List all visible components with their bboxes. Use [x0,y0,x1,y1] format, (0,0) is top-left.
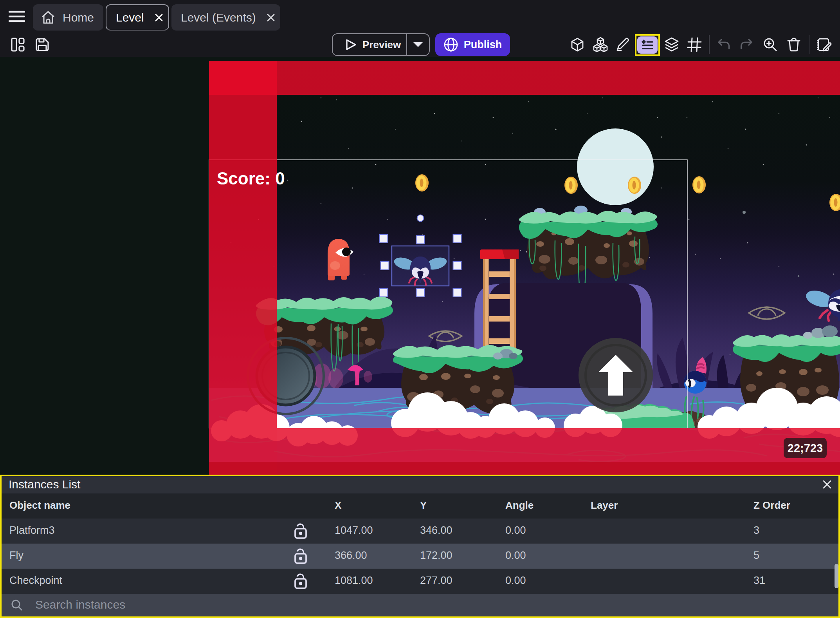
menu-icon[interactable] [9,11,25,22]
panels-icon[interactable] [10,37,26,52]
preview-button[interactable]: Preview [333,34,406,55]
pen-icon[interactable] [615,37,631,52]
tab-level-events-close-icon[interactable] [266,13,276,22]
globe-icon [443,37,458,52]
instance-z-order: 5 [753,549,759,562]
instances-table-header: Object name X Y Angle Layer Z Order [0,493,840,519]
instance-name: Platform3 [9,524,55,537]
jump-button [579,338,653,412]
preview-options-button[interactable] [407,34,429,55]
instance-angle: 0.00 [505,575,526,587]
score-label: Score: 0 [217,169,285,188]
instance-name: Fly [9,549,23,562]
undo-icon[interactable] [716,37,732,52]
zoom-icon[interactable] [762,37,778,52]
instances-panel-title: Instances List [9,478,80,491]
instance-x: 1047.00 [335,524,373,537]
3d-box-icon[interactable] [570,37,585,52]
tab-level[interactable]: Level [106,4,169,31]
instances-panel-titlebar: Instances List [0,475,840,493]
save-icon[interactable] [34,37,50,52]
instance-y: 346.00 [420,524,452,537]
home-icon [41,11,55,25]
rotation-handle[interactable] [417,215,424,222]
scrollbar-thumb[interactable] [835,564,838,588]
layers-icon[interactable] [664,37,680,52]
instance-name: Checkpoint [9,575,62,587]
instances-list-button[interactable] [637,36,658,54]
publish-button[interactable]: Publish [435,33,510,56]
tab-level-events-label: Level (Events) [181,11,256,24]
moon [577,128,654,205]
instance-x: 1081.00 [335,575,373,587]
play-icon [345,38,357,51]
tab-level-label: Level [116,11,144,24]
toolbar-separator [809,35,809,54]
tab-home-label: Home [63,11,94,24]
instance-y: 172.00 [420,549,452,562]
coordinates-badge-label: 22;723 [788,442,823,454]
preview-label: Preview [362,39,401,51]
tab-bar: Home Level Level (Events) [0,0,840,33]
tab-level-close-icon[interactable] [154,13,164,22]
unlock-icon[interactable] [294,523,308,539]
tab-home[interactable]: Home [33,4,103,31]
instances-list-icon [640,38,654,52]
col-y: Y [420,499,427,511]
col-object-name: Object name [9,499,70,511]
publish-label: Publish [464,39,502,51]
instance-row[interactable]: Platform3 1047.00 346.00 0.00 3 [0,519,840,544]
toolbar: Preview Publish [0,33,840,57]
instance-row[interactable]: Fly 366.00 172.00 0.00 5 [0,544,840,569]
unlock-icon[interactable] [294,573,308,589]
instance-y: 277.00 [420,575,452,587]
trash-icon[interactable] [786,37,802,52]
col-angle: Angle [505,499,534,511]
instances-panel: Instances List Object name X Y Angle Lay… [0,475,840,618]
instances-list-highlight [635,34,660,56]
redo-icon[interactable] [739,37,754,52]
search-placeholder: Search instances [35,598,125,611]
objects-icon[interactable] [593,37,608,52]
panel-close-icon[interactable] [822,479,832,490]
grid-icon[interactable] [687,37,702,52]
caret-down-icon [413,42,424,48]
tab-level-events[interactable]: Level (Events) [171,4,280,31]
toolbar-separator [709,35,710,54]
preview-split-button: Preview [332,33,430,56]
col-x: X [335,499,341,511]
search-icon [11,599,23,611]
instance-row[interactable]: Checkpoint 1081.00 277.00 0.00 31 [0,569,840,594]
unlock-icon[interactable] [294,548,308,564]
col-layer: Layer [591,499,618,511]
gdevelop-editor: Home Level Level (Events) [0,0,840,618]
scene-editor-canvas[interactable]: Score: 0 22;723 [0,57,840,475]
coordinates-badge: 22;723 [784,438,827,458]
instance-z-order: 3 [753,524,759,537]
instance-x: 366.00 [335,549,367,562]
instance-angle: 0.00 [505,549,526,562]
search-bar[interactable]: Search instances [0,594,840,616]
instance-angle: 0.00 [505,524,526,537]
col-z-order: Z Order [753,499,790,511]
edit-scene-icon[interactable] [816,37,832,52]
instance-z-order: 31 [753,575,765,587]
